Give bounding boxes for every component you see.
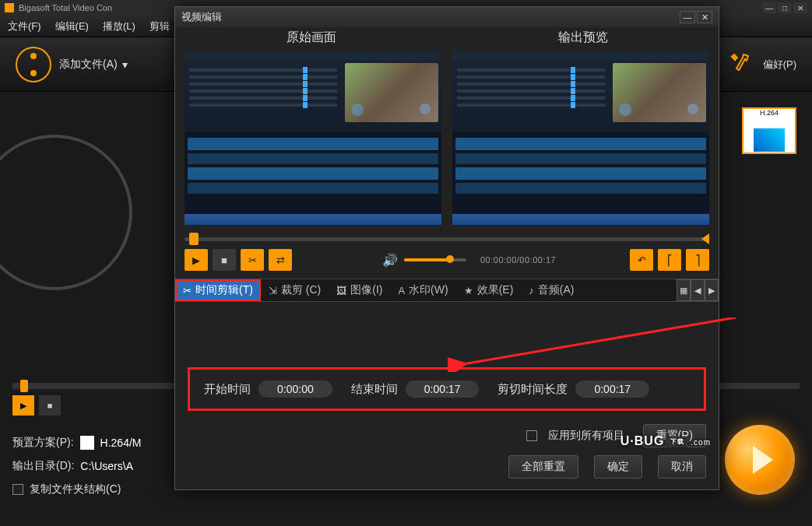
menu-edit[interactable]: 编辑(E)	[55, 19, 89, 33]
original-preview	[181, 47, 445, 228]
output-header: 输出预览	[447, 30, 719, 46]
star-icon: ★	[464, 285, 473, 296]
time-display: 00:00:00/00:00:17	[480, 255, 556, 265]
tab-extra-button[interactable]: ▦	[677, 279, 691, 301]
seek-slider[interactable]	[185, 237, 709, 241]
preset-value: H.264/M	[100, 437, 142, 449]
trim-panel: 开始时间 0:00:00 结束时间 0:00:17 剪切时间长度 0:00:17	[175, 302, 719, 434]
apply-all-checkbox[interactable]	[526, 430, 537, 441]
mark-out-button[interactable]: ⎤	[686, 249, 709, 271]
trim-length-input[interactable]: 0:00:17	[575, 380, 649, 398]
play-button[interactable]: ▶	[12, 395, 34, 416]
end-time-label: 结束时间	[351, 382, 398, 397]
undo-button[interactable]: ↶	[630, 249, 653, 271]
tools-icon	[724, 49, 755, 80]
original-header: 原始画面	[175, 30, 447, 46]
crop-icon: ⇲	[269, 285, 277, 296]
shuffle-button[interactable]: ⇄	[269, 249, 292, 271]
app-icon	[5, 3, 14, 12]
format-preset-thumb[interactable]: H.264	[742, 107, 796, 154]
disc-icon	[0, 135, 132, 290]
stop-button[interactable]: ■	[213, 249, 236, 271]
tab-image[interactable]: 🖼图像(I)	[329, 279, 390, 301]
stop-button[interactable]: ■	[39, 395, 61, 416]
output-preview	[449, 47, 712, 228]
menu-play[interactable]: 播放(L)	[103, 19, 135, 33]
reel-icon	[16, 47, 51, 82]
start-time-input[interactable]: 0:00:00	[258, 380, 332, 398]
reset-all-button[interactable]: 全部重置	[508, 455, 578, 479]
tab-scroll-right[interactable]: ▶	[705, 279, 719, 301]
dialog-titlebar: 视频编辑 — ✕	[175, 7, 719, 27]
add-file-button[interactable]: 添加文件(A) ▾	[59, 58, 128, 72]
output-dir-label: 输出目录(D):	[12, 459, 74, 473]
tab-effect[interactable]: ★效果(E)	[456, 279, 522, 301]
preset-label: 预置方案(P):	[12, 436, 74, 450]
ok-button[interactable]: 确定	[594, 455, 642, 479]
video-edit-dialog: 视频编辑 — ✕ 原始画面 输出预览	[174, 6, 719, 490]
maximize-button[interactable]: □	[778, 2, 792, 13]
minimize-button[interactable]: —	[762, 2, 776, 13]
timeline-knob[interactable]	[20, 380, 28, 392]
tab-trim[interactable]: ✂时间剪辑(T)	[175, 279, 261, 301]
cut-button[interactable]: ✂	[241, 249, 264, 271]
seek-handle[interactable]	[189, 233, 199, 245]
copy-structure-label: 复制文件夹结构(C)	[30, 482, 121, 496]
end-time-input[interactable]: 0:00:17	[406, 380, 480, 398]
note-icon: ♪	[529, 285, 534, 296]
text-icon: A	[398, 285, 405, 296]
trim-length-label: 剪切时间长度	[497, 382, 568, 397]
svg-line-0	[463, 317, 736, 364]
chevron-down-icon: ▾	[122, 58, 128, 71]
edit-tabs: ✂时间剪辑(T) ⇲裁剪 (C) 🖼图像(I) A水印(W) ★效果(E) ♪音…	[175, 279, 719, 302]
dialog-close-button[interactable]: ✕	[697, 11, 712, 23]
scissors-icon: ✂	[183, 285, 192, 296]
main-window: Bigasoft Total Video Con — □ ✕ 文件(F) 编辑(…	[0, 0, 812, 526]
dialog-footer: 应用到所有项目 重置(R) 全部重置 确定 取消	[175, 418, 719, 489]
menu-file[interactable]: 文件(F)	[8, 19, 41, 33]
mark-in-button[interactable]: ⎡	[658, 249, 681, 271]
trim-fields-highlight: 开始时间 0:00:00 结束时间 0:00:17 剪切时间长度 0:00:17	[188, 367, 706, 411]
watermark-overlay: U·BUG下载.com	[620, 434, 711, 448]
menu-trim[interactable]: 剪辑	[149, 19, 170, 33]
tab-watermark[interactable]: A水印(W)	[390, 279, 455, 301]
copy-structure-checkbox[interactable]	[12, 484, 23, 495]
play-button[interactable]: ▶	[185, 249, 208, 271]
annotation-arrow	[448, 317, 743, 372]
volume-slider[interactable]	[404, 258, 466, 261]
tab-crop[interactable]: ⇲裁剪 (C)	[261, 279, 329, 301]
dialog-minimize-button[interactable]: —	[680, 11, 695, 23]
image-icon: 🖼	[336, 285, 346, 296]
tab-scroll-left[interactable]: ◀	[691, 279, 705, 301]
cancel-button[interactable]: 取消	[658, 455, 706, 479]
seek-end-marker[interactable]	[701, 233, 709, 244]
convert-button[interactable]	[725, 425, 795, 495]
start-time-label: 开始时间	[204, 382, 251, 397]
apply-all-label: 应用到所有项目	[548, 429, 624, 443]
thumb-preview-icon	[754, 128, 785, 152]
output-dir-value: C:\Users\A	[80, 460, 133, 472]
tab-audio[interactable]: ♪音频(A)	[521, 279, 582, 301]
preset-icon	[80, 436, 94, 450]
app-title: Bigasoft Total Video Con	[19, 3, 112, 12]
preferences-button[interactable]: 偏好(P)	[763, 58, 796, 72]
close-button[interactable]: ✕	[793, 2, 807, 13]
volume-icon[interactable]: 🔊	[382, 253, 398, 268]
